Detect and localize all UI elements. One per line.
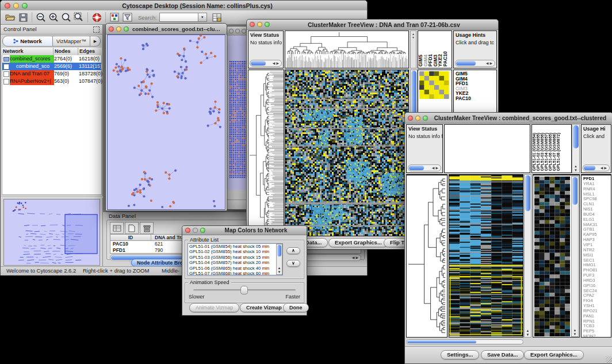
new-attribute-icon[interactable] bbox=[125, 222, 139, 234]
secondary-heatmap-vscrollbar[interactable]: ▲▼ bbox=[571, 176, 579, 337]
export-graphics-button[interactable]: Export Graphics... bbox=[328, 238, 388, 247]
network-table-row[interactable]: combined_scores 2764(0) 16218(0) bbox=[2, 55, 101, 63]
dialog-titlebar[interactable]: Map Colors to Network bbox=[182, 226, 307, 235]
zoom-window-icon[interactable] bbox=[200, 228, 205, 233]
treeview2-hscrollbar[interactable] bbox=[406, 339, 523, 344]
tab-network[interactable]: Network bbox=[2, 36, 53, 47]
scrollbar-arrows[interactable]: ◀▶ bbox=[600, 165, 608, 171]
column-label[interactable]: GPL51-08 (GSM872) bbox=[556, 133, 560, 171]
zoom-window-icon[interactable] bbox=[22, 3, 28, 9]
treeview1-heatmap[interactable] bbox=[285, 70, 409, 236]
vizmap-icon[interactable] bbox=[108, 12, 121, 23]
heatmap-canvas[interactable] bbox=[285, 70, 408, 236]
search-dropdown-icon[interactable]: ▼ bbox=[198, 13, 207, 22]
row-dendrogram-canvas[interactable] bbox=[248, 70, 284, 236]
move-down-button[interactable]: ∨ bbox=[286, 260, 300, 267]
tab-overflow-button[interactable]: ▶ bbox=[90, 36, 101, 47]
scrollbar-thumb[interactable] bbox=[584, 166, 595, 170]
scrollbar-arrows[interactable]: ▲▼ bbox=[572, 328, 578, 336]
scrollbar-thumb[interactable] bbox=[525, 175, 530, 211]
treeview2-vscrollbar[interactable]: ▲▼ bbox=[524, 174, 531, 338]
float-panel-icon[interactable] bbox=[93, 26, 100, 33]
attribute-list-vscrollbar[interactable]: ▲▼ bbox=[276, 244, 282, 275]
save-icon[interactable] bbox=[17, 12, 29, 23]
zoom-window-icon[interactable] bbox=[265, 22, 270, 27]
attribute-item[interactable]: GPL51-01 (GSM854) heat shock 05 min bbox=[188, 244, 282, 249]
column-network[interactable]: Network bbox=[2, 48, 53, 55]
gene-label[interactable]: PAC10 bbox=[456, 96, 496, 101]
network-window-1-titlebar[interactable]: combined_scores_good.txt--cluste... bbox=[106, 24, 227, 35]
usage-hints-hscrollbar[interactable]: ◀▶ bbox=[455, 60, 495, 67]
usage-hints-hscrollbar[interactable]: ◀▶ bbox=[583, 164, 610, 171]
minimize-icon[interactable] bbox=[13, 3, 19, 9]
zoom-in-icon[interactable] bbox=[47, 12, 60, 23]
minimize-icon[interactable] bbox=[235, 29, 240, 33]
zoom-window-icon[interactable] bbox=[124, 26, 129, 32]
close-icon[interactable] bbox=[229, 29, 234, 33]
scrollbar-arrows[interactable]: ◀▶ bbox=[486, 60, 494, 66]
scrollbar-thumb[interactable] bbox=[409, 166, 424, 170]
column-edges[interactable]: Edges bbox=[78, 48, 102, 55]
scrollbar-thumb[interactable] bbox=[251, 61, 266, 66]
scrollbar-thumb[interactable] bbox=[456, 61, 476, 66]
close-icon[interactable] bbox=[408, 116, 413, 121]
heatmap-canvas[interactable] bbox=[449, 175, 523, 336]
close-icon[interactable] bbox=[109, 26, 114, 32]
close-icon[interactable] bbox=[5, 3, 10, 9]
attribute-listbox[interactable]: GPL51-01 (GSM854) heat shock 05 minGPL51… bbox=[188, 243, 283, 275]
attribute-item[interactable]: GPL51-02 (GSM855) heat shock 10 min bbox=[188, 249, 282, 254]
scrollbar-thumb[interactable] bbox=[407, 340, 476, 343]
scrollbar-thumb[interactable] bbox=[277, 245, 281, 256]
treeview1-corner-scroll[interactable]: ▲▼ bbox=[410, 30, 416, 68]
treeview2-secondary-heatmap-panel[interactable]: ▲▼ bbox=[533, 174, 580, 338]
column-label[interactable]: GPL51-04 (GSM857) bbox=[544, 133, 548, 171]
column-label[interactable]: GPL51-02 (GSM855) bbox=[536, 133, 540, 171]
zoom-fit-icon[interactable] bbox=[72, 12, 85, 23]
speed-slider-thumb[interactable] bbox=[240, 286, 248, 294]
minimize-icon[interactable] bbox=[257, 22, 262, 27]
column-label[interactable]: PAC10 bbox=[443, 51, 448, 67]
help-lifebuoy-icon[interactable] bbox=[90, 12, 103, 23]
column-nodes[interactable]: Nodes bbox=[53, 48, 78, 55]
attribute-select-icon[interactable] bbox=[110, 222, 124, 234]
save-data-button[interactable]: Save Data... bbox=[481, 350, 524, 359]
column-label[interactable]: GPL51-07 (GSM868) bbox=[552, 133, 556, 171]
network-table-row[interactable]: RNAPuberNov2+| 563(0) 107847(0) bbox=[2, 78, 101, 85]
delete-attribute-trash-icon[interactable] bbox=[140, 222, 154, 234]
attribute-item[interactable]: GPL51-07 (GSM868) heat shock 60 min bbox=[188, 271, 282, 275]
filter-icon[interactable] bbox=[121, 12, 133, 23]
scrollbar-arrows[interactable]: ▲▼ bbox=[277, 266, 282, 274]
treeview2-col-labels-vscrollbar[interactable]: ▲▼ bbox=[572, 124, 580, 173]
attribute-item[interactable]: GPL51-04 (GSM857) heat shock 20 min bbox=[188, 260, 282, 265]
treeview2-column-dendrogram-area[interactable] bbox=[444, 124, 530, 173]
zoom-window-icon[interactable] bbox=[423, 116, 428, 121]
tab-vizmapper[interactable]: VizMapper™ bbox=[53, 36, 90, 47]
column-label[interactable]: GPL51-06 (GSM865) bbox=[548, 133, 552, 171]
row-dendrogram-canvas[interactable] bbox=[407, 175, 447, 336]
open-file-icon[interactable] bbox=[4, 12, 17, 23]
zoom-out-icon[interactable] bbox=[35, 12, 47, 23]
zoom-selected-icon[interactable] bbox=[60, 12, 72, 23]
close-icon[interactable] bbox=[250, 22, 255, 27]
scrollbar-thumb[interactable] bbox=[572, 177, 577, 205]
scrollbar-arrows[interactable]: ◀▶ bbox=[273, 60, 280, 66]
treeview2-row-dendrogram[interactable] bbox=[406, 174, 447, 338]
data-column-id[interactable]: ID bbox=[110, 235, 151, 240]
network-table-row[interactable]: combined_sco 2569(6) 13112(15) bbox=[2, 63, 101, 70]
network-table-row[interactable]: DNA and Tran 07 769(0) 183728(0) bbox=[2, 70, 101, 78]
network-view-1-canvas[interactable] bbox=[107, 35, 225, 210]
network-table-header[interactable]: Network Nodes Edges bbox=[2, 48, 102, 56]
scrollbar-arrows[interactable]: ▲▼ bbox=[525, 329, 531, 337]
minimize-icon[interactable] bbox=[415, 116, 420, 121]
zoom-window-icon[interactable] bbox=[242, 29, 246, 33]
move-up-button[interactable]: ∧ bbox=[286, 247, 300, 254]
main-titlebar[interactable]: Cytoscape Desktop (Session Name: collins… bbox=[1, 1, 367, 11]
scrollbar-arrows[interactable]: ◀▶ bbox=[432, 165, 439, 171]
gene-label[interactable]: MON2 bbox=[583, 334, 611, 338]
secondary-heatmap-canvas[interactable] bbox=[534, 177, 570, 336]
column-label[interactable]: GPL51-01 (GSM854) bbox=[532, 133, 536, 171]
selection-heatmap-canvas[interactable] bbox=[419, 71, 449, 99]
settings-button[interactable]: Settings... bbox=[441, 350, 479, 359]
minimize-icon[interactable] bbox=[116, 26, 121, 32]
panel-divider[interactable] bbox=[1, 196, 103, 198]
